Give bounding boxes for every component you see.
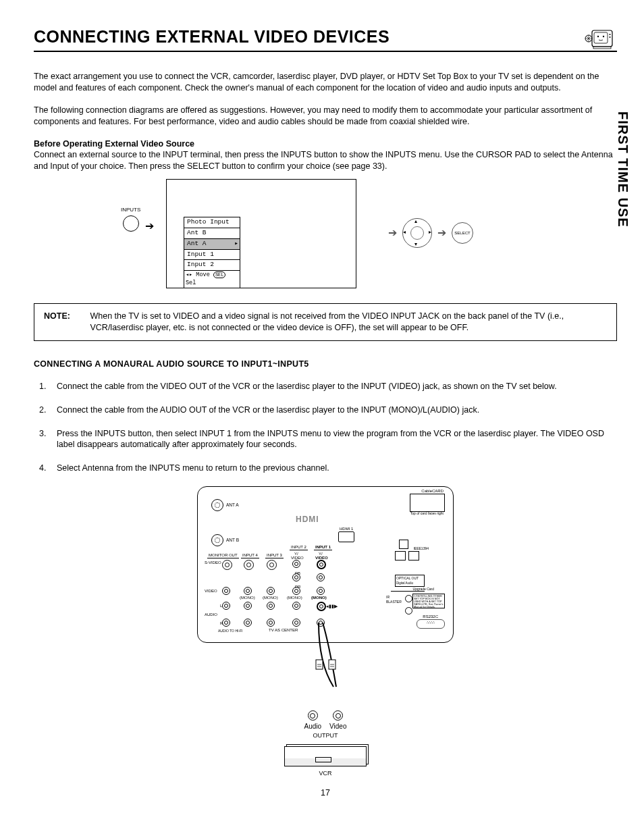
steps-list: Connect the cable from the VIDEO OUT of … [34, 381, 617, 474]
jack-icon [317, 587, 325, 595]
hdmi-port-icon [338, 531, 354, 542]
ir-blaster-jack [405, 607, 412, 615]
before-text: Connect an external source to the INPUT … [34, 150, 613, 171]
svg-point-5 [610, 36, 611, 38]
back-panel-diagram: ANT A ANT B HDMI HDMI 1 MONITOR OUT INPU… [197, 486, 454, 777]
ant-a-label: ANT A [226, 502, 239, 509]
mono-label-bold: (MONO) [311, 595, 327, 600]
ant-b-label: ANT B [226, 538, 239, 544]
step-item: Select Antenna from the INPUTS menu to r… [49, 463, 617, 474]
step-item: Connect the cable from the VIDEO OUT of … [49, 381, 617, 392]
hdmi1-label: HDMI 1 [340, 526, 353, 531]
ieee1394-label: IEEE1394 [413, 546, 429, 551]
ir-text: CONTROLLING OTHER SET TOP BOX IS NOT USE… [412, 594, 445, 608]
svg-point-4 [610, 34, 611, 35]
input4-label: INPUT 4 [241, 552, 259, 558]
ir-blaster-jack [405, 595, 412, 602]
note-label: NOTE: [44, 311, 88, 322]
section-tab: FIRST TIME USE [614, 111, 632, 228]
cursor-pad-icon: ▴▾◂▸ [402, 218, 432, 248]
inputs-menu-diagram: INPUTS ➔ Photo Input Ant B Ant A Input 1… [166, 179, 356, 288]
remote-diagram: ➔ ▴▾◂▸ ➔ SELECT [377, 216, 485, 250]
page-title: CONNECTING EXTERNAL VIDEO DEVICES [34, 26, 390, 49]
video-output-label: Video [329, 723, 346, 730]
intro-paragraph-2: The following connection diagrams are of… [34, 105, 617, 128]
input2-label: INPUT 2 [290, 544, 308, 550]
jack-icon [267, 560, 277, 570]
audio-row-label: AUDIO [205, 612, 217, 617]
svg-rect-0 [592, 30, 612, 47]
audio-plug-icon [308, 710, 318, 721]
ir-blaster-label: IR BLASTER [386, 595, 402, 604]
coax-jack-icon [211, 499, 223, 511]
monaural-heading: CONNECTING A MONAURAL AUDIO SOURCE TO IN… [34, 359, 617, 370]
jack-icon [222, 587, 230, 595]
tv-mascot-icon [580, 24, 617, 51]
select-button-icon: SELECT [452, 222, 473, 244]
jack-icon [244, 602, 252, 610]
vcr-label: VCR [197, 769, 454, 777]
jack-icon [244, 587, 252, 595]
input1-label: INPUT 1 [314, 544, 332, 550]
jack-icon [292, 587, 300, 595]
inputs-button-icon: INPUTS [121, 207, 140, 232]
arrow-icon: ➔ [388, 226, 397, 240]
arrow-icon: ➔ [145, 219, 154, 234]
cablecard-label: CableCARD [421, 488, 444, 494]
menu-item: Photo Input [184, 217, 240, 228]
note-box: NOTE: When the TV is set to VIDEO and a … [34, 303, 617, 341]
cable-diagram [197, 643, 454, 710]
note-text: When the TV is set to VIDEO and a video … [90, 311, 602, 334]
jack-icon [267, 602, 275, 610]
intro-paragraph-1: The exact arrangement you use to connect… [34, 71, 617, 94]
cablecard-slot [410, 494, 445, 512]
svg-point-3 [603, 36, 604, 37]
jack-icon [317, 573, 325, 581]
mono-label: (MONO) [287, 595, 302, 600]
input3-label: INPUT 3 [265, 552, 284, 558]
mono-label: (MONO) [240, 595, 255, 600]
jack-icon [222, 602, 230, 610]
svg-point-2 [597, 36, 599, 37]
coax-jack-icon [211, 534, 223, 546]
jack-icon [292, 560, 300, 568]
menu-hint: ◂▸ Move SEL Sel [184, 270, 240, 288]
cablecard-sub-label: Top of card faces right [410, 511, 444, 516]
vcr-icon [284, 746, 367, 766]
jack-icon [317, 560, 326, 569]
optical-out: OPTICAL OUTDigital Audio [395, 575, 425, 587]
jack-icon [317, 602, 326, 611]
arrow-icon: ➔ [437, 226, 446, 240]
video-plug-icon [333, 710, 343, 721]
jack-icon [292, 573, 300, 581]
hdmi-logo: HDMI [296, 514, 319, 525]
jack-icon [292, 602, 300, 610]
port-icon [399, 540, 408, 549]
jack-icon [222, 560, 232, 570]
page-number: 17 [34, 787, 617, 799]
svideo-label: S-VIDEO [205, 560, 221, 565]
jack-icon [267, 587, 275, 595]
output-label: OUTPUT [197, 731, 454, 739]
before-heading: Before Operating External Video Source [34, 139, 194, 149]
menu-item-selected: Ant A [184, 238, 240, 250]
monitor-out-label: MONITOR OUT [207, 552, 239, 558]
menu-item: Ant B [184, 228, 240, 239]
menu-item: Input 1 [184, 249, 240, 261]
step-item: Connect the cable from the AUDIO OUT of … [49, 405, 617, 416]
ieee1394-ports [395, 551, 419, 561]
rs232-label: RS232C [423, 614, 438, 619]
step-item: Press the INPUTS button, then select INP… [49, 428, 617, 451]
jack-icon [244, 560, 254, 570]
mono-label: (MONO) [263, 595, 278, 600]
menu-item: Input 2 [184, 259, 240, 271]
svg-rect-1 [594, 32, 608, 43]
audio-output-label: Audio [304, 723, 322, 730]
video-row-label: VIDEO [205, 588, 217, 594]
